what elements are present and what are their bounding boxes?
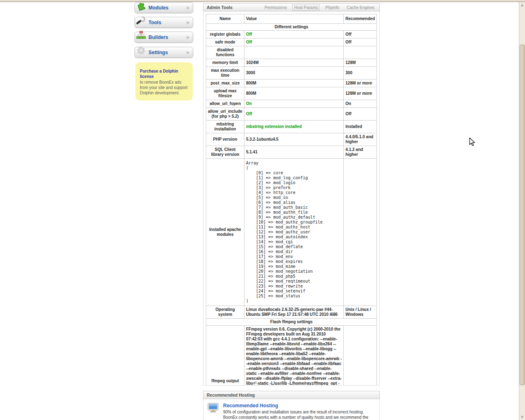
table-row: Flash ffmpeg settings <box>206 319 377 326</box>
param-value: On <box>244 100 343 108</box>
sidebar-button-label: Settings <box>148 50 168 55</box>
param-name: disabled functions <box>206 46 244 59</box>
table-header-row: NameValueRecommended <box>206 14 377 24</box>
admin-tools-body: NameValueRecommended Different settingsr… <box>203 11 380 386</box>
param-value: Off <box>244 31 343 39</box>
mouse-cursor <box>469 137 477 149</box>
param-recommended: Off <box>344 108 377 121</box>
param-value: 5.1.41 <box>244 146 343 159</box>
tab-cache-engines[interactable]: Cache Engines <box>345 5 376 11</box>
chevron-right-icon: ▶ <box>187 35 190 39</box>
chevron-right-icon: ▶ <box>187 5 190 10</box>
param-recommended: 128M or more <box>344 80 377 87</box>
param-recommended: 300 <box>344 67 377 80</box>
param-name: max execution time <box>206 67 244 80</box>
table-row: upload max filesize800M128M or more <box>206 87 377 100</box>
table-row: mbstring installationmbstring extension … <box>206 121 377 133</box>
sidebar-button-tools[interactable]: Tools▶ <box>135 17 193 28</box>
builders-icon <box>136 30 146 41</box>
chevron-right-icon: ▶ <box>187 50 190 55</box>
tab-host-params[interactable]: Host Params <box>292 5 320 11</box>
table-row: Different settings <box>206 24 377 31</box>
table-row: register globalsOffOff <box>206 31 377 39</box>
sidebar-button-settings[interactable]: Settings▶ <box>135 47 193 58</box>
tab-permissions[interactable]: Permissions <box>263 5 288 11</box>
sidebar-button-label: Tools <box>148 20 161 25</box>
param-value: Array ( [0] => core [1] => mod_log_confi… <box>244 159 343 306</box>
param-recommended: On <box>344 100 377 108</box>
param-name: register globals <box>206 31 244 39</box>
license-text: to remove BoonEx ads from your site and … <box>140 80 187 95</box>
table-row: PHP version5.3.2-1ubuntu4.54.4.0/5.1.0 a… <box>206 133 377 146</box>
param-name: allow_url_include (for php > 5.2) <box>206 108 244 121</box>
wrench-icon <box>136 15 146 26</box>
param-recommended <box>344 46 377 59</box>
purchase-license-link[interactable]: Purchase a Dolphin license <box>140 68 188 79</box>
param-value: 800M <box>244 80 343 87</box>
table-row: allow_url_fopenOnOn <box>206 100 377 108</box>
table-row: max execution time3000300 <box>206 67 377 80</box>
recommended-hosting-panel: Recommended Hosting Recommended Hosting … <box>203 391 380 420</box>
param-recommended: Off <box>344 39 377 46</box>
param-recommended <box>344 159 377 306</box>
param-recommended: Installed <box>344 121 377 133</box>
hosting-header-title: Recommended Hosting <box>207 393 255 397</box>
page-title: Admin Tools <box>207 5 233 10</box>
scrollbar-up-arrow[interactable]: ∧ <box>519 3 525 8</box>
table-row: disabled functions <box>206 46 377 59</box>
vertical-scrollbar[interactable]: ∧ ∨ <box>519 2 525 420</box>
sidebar-button-label: Builders <box>148 34 168 40</box>
sidebar-button-label: Modules <box>148 5 169 11</box>
param-value: Off <box>244 39 343 46</box>
sidebar-button-builders[interactable]: Builders▶ <box>135 32 193 43</box>
param-value: 800M <box>244 87 343 100</box>
table-row: allow_url_include (for php > 5.2)OffOff <box>206 108 377 121</box>
param-value: 5.3.2-1ubuntu4.5 <box>244 133 343 146</box>
scrollbar-down-arrow[interactable]: ∨ <box>519 414 525 419</box>
table-row: Operating systemLinux duvallocals 2.6.32… <box>206 306 377 319</box>
hosting-description: 90% of configuration and installation is… <box>223 409 375 420</box>
param-name: allow_url_fopen <box>206 100 244 108</box>
param-name: upload max filesize <box>206 87 244 100</box>
param-name: SQL Client library version <box>206 146 244 159</box>
sidebar-button-modules[interactable]: Modules▶ <box>135 2 193 13</box>
table-section-header: Different settings <box>206 24 377 31</box>
param-recommended <box>344 326 377 386</box>
hosting-content: Recommended Hosting 90% of configuration… <box>223 403 375 420</box>
table-row: SQL Client library version5.1.414.1.2 an… <box>206 146 377 159</box>
column-header-recommended: Recommended <box>344 14 377 24</box>
param-name: memory limit <box>206 59 244 67</box>
param-name: post_max_size <box>206 80 244 87</box>
table-row: memory limit1024M128M <box>206 59 377 67</box>
param-value <box>244 46 343 59</box>
param-recommended: Off <box>344 31 377 39</box>
gear-icon <box>136 45 146 56</box>
admin-tools-panel: Admin Tools PermissionsHost ParamsPhpinf… <box>203 3 380 386</box>
param-name: mbstring installation <box>206 121 244 133</box>
tab-phpinfo[interactable]: Phpinfo <box>324 5 341 11</box>
tab-bar: PermissionsHost ParamsPhpinfoCache Engin… <box>263 5 376 11</box>
param-value: 3000 <box>244 67 343 80</box>
param-value: FFmpeg version 0.6, Copyright (c) 2000-2… <box>244 326 343 386</box>
top-border-bar <box>0 0 525 2</box>
scrollbar-thumb[interactable] <box>520 45 525 385</box>
hosting-header: Recommended Hosting <box>203 391 380 399</box>
param-name: safe mode <box>206 39 244 46</box>
param-recommended: 128M or more <box>344 87 377 100</box>
param-value: Off <box>244 108 343 121</box>
license-box: Purchase a Dolphin license to remove Boo… <box>135 62 193 100</box>
column-header-value: Value <box>244 14 343 24</box>
param-name: Installed apache modules <box>206 159 244 306</box>
param-name: Operating system <box>206 306 244 319</box>
table-row: post_max_size800M128M or more <box>206 80 377 87</box>
param-recommended: Unix / Linux / Windows <box>344 306 377 319</box>
apache-modules-array: Array ( [0] => core [1] => mod_log_confi… <box>246 161 342 304</box>
recommended-hosting-link[interactable]: Recommended Hosting <box>223 403 375 409</box>
column-header-name: Name <box>206 14 244 24</box>
admin-tools-header: Admin Tools PermissionsHost ParamsPhpinf… <box>203 3 380 11</box>
param-recommended: 4.4.0/5.1.0 and higher <box>344 133 377 146</box>
host-params-table: NameValueRecommended Different settingsr… <box>206 14 377 386</box>
param-name: ffmpeg output <box>206 326 244 386</box>
param-value: 1024M <box>244 59 343 67</box>
param-recommended: 4.1.2 and higher <box>344 146 377 159</box>
